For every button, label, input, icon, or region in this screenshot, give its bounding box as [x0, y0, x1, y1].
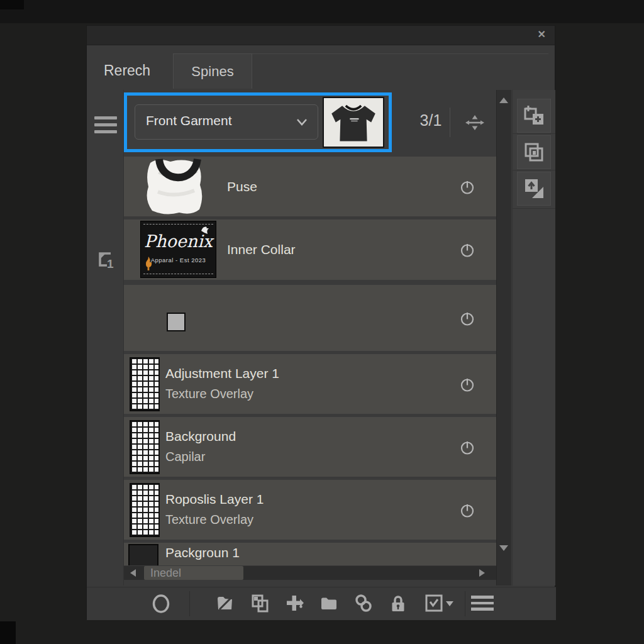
layer-list: Front Garment 3/1 [124, 90, 496, 586]
tab-strip: Rerech Spines [87, 52, 555, 89]
background-artifact [0, 621, 16, 644]
duplicate-layer-icon [522, 140, 546, 164]
scroll-up-icon[interactable] [499, 97, 508, 103]
panel-menu-icon[interactable] [94, 116, 117, 137]
garment-dropdown-value: Front Garment [146, 113, 232, 128]
collar-thumbnail [140, 157, 216, 216]
layer-row-adjustment[interactable]: Adjustment Layer 1 Texture Overlay [124, 354, 496, 414]
layer-name: Background [165, 426, 236, 447]
desktop-background: ✕ Rerech Spines 1 Front Garment [0, 0, 644, 644]
bird-icon [201, 225, 211, 235]
garment-dropdown[interactable]: Front Garment [135, 104, 318, 140]
toolbar-divider [465, 591, 465, 616]
visibility-toggle-icon[interactable] [459, 242, 475, 258]
layer-subtitle: Capilar [165, 447, 236, 467]
stitch-line [143, 274, 213, 274]
layer-row-inner-collar[interactable]: Phoenix Apparal - Est 2023 Inner Collar [124, 219, 496, 280]
visibility-toggle-icon[interactable] [459, 179, 475, 195]
visibility-toggle-icon[interactable] [459, 439, 475, 455]
svg-text:1: 1 [107, 257, 114, 270]
add-layer-button[interactable] [517, 99, 551, 133]
texture-grid-thumbnail [130, 357, 160, 411]
scroll-right-icon[interactable] [479, 569, 485, 577]
layer-row-puse[interactable]: Puse [124, 157, 496, 216]
tabstrip-divider [252, 53, 548, 54]
reorder-icon[interactable] [464, 112, 486, 133]
clipping-mask-icon[interactable] [216, 594, 235, 613]
layer-row-packgroun[interactable]: Packgroun 1 [124, 543, 496, 565]
lock-icon[interactable] [389, 594, 407, 614]
toolbar-divider [189, 591, 190, 616]
left-rail: 1 [87, 90, 124, 586]
texture-grid-thumbnail [130, 483, 160, 537]
texture-grid-thumbnail [130, 420, 160, 474]
layer-row-roposlis[interactable]: Roposlis Layer 1 Texture Overlay [124, 480, 496, 540]
hscrollbar-thumb-label: Inedel [150, 567, 181, 579]
layer-row-background[interactable]: Background Capilar [124, 417, 496, 477]
close-icon[interactable]: ✕ [538, 28, 546, 40]
add-layer-icon [522, 104, 546, 128]
visibility-toggle-icon[interactable] [459, 310, 475, 326]
flame-icon [145, 257, 153, 270]
background-artifact [0, 0, 24, 9]
merge-layer-icon [522, 177, 546, 201]
header-divider [450, 108, 450, 137]
rail-divider [513, 170, 555, 170]
layer-row-empty[interactable] [124, 285, 496, 351]
rail-divider [513, 208, 555, 209]
scroll-down-icon[interactable] [499, 545, 508, 551]
dark-thumbnail [128, 544, 158, 565]
smart-object-icon[interactable]: 1 [94, 248, 116, 271]
layer-subtitle: Texture Overlay [165, 384, 279, 404]
tab-rerech[interactable]: Rerech [104, 52, 150, 89]
bottom-toolbar [87, 587, 556, 620]
duplicate-layer-button[interactable] [517, 135, 551, 169]
fill-settings-icon[interactable] [425, 594, 443, 613]
selected-garment-box[interactable]: Front Garment [124, 92, 392, 152]
phoenix-label-thumbnail: Phoenix Apparal - Est 2023 [140, 221, 216, 278]
ellipse-tool-icon[interactable] [152, 594, 170, 614]
layer-subtitle: Texture Overlay [165, 509, 264, 530]
vertical-scrollbar[interactable] [496, 90, 511, 586]
color-swatch-thumbnail [167, 313, 186, 331]
dropdown-arrow-icon[interactable] [446, 601, 453, 606]
horizontal-scrollbar[interactable]: Inedel [124, 566, 496, 580]
merge-layer-button[interactable] [517, 172, 551, 206]
new-group-folder-icon[interactable] [319, 594, 338, 613]
visibility-toggle-icon[interactable] [459, 502, 475, 518]
garment-header-row: Front Garment 3/1 [124, 92, 496, 152]
garment-thumbnail[interactable] [323, 97, 384, 148]
hscrollbar-thumb[interactable]: Inedel [144, 566, 243, 580]
layer-name: Roposlis Layer 1 [165, 489, 264, 509]
tshirt-image [324, 98, 383, 147]
rail-divider [513, 133, 555, 134]
layer-name: Inner Collar [227, 242, 296, 257]
toolbar-menu-icon[interactable] [471, 596, 494, 611]
link-layers-icon[interactable] [354, 594, 373, 614]
scroll-left-icon[interactable] [130, 569, 136, 577]
pin-tool-icon[interactable] [285, 594, 305, 613]
chevron-down-icon [296, 118, 308, 126]
layer-name: Puse [227, 179, 257, 194]
page-indicator: 3/1 [406, 111, 456, 130]
layer-name: Packgroun 1 [165, 545, 240, 560]
stitch-line [143, 224, 213, 225]
layers-panel: ✕ Rerech Spines 1 Front Garment [86, 25, 555, 619]
right-rail [512, 90, 555, 586]
visibility-toggle-icon[interactable] [459, 376, 475, 392]
background-top-strip [0, 0, 644, 23]
layer-name: Adjustment Layer 1 [165, 363, 279, 384]
copy-layer-icon[interactable] [250, 594, 270, 614]
panel-titlebar[interactable]: ✕ [87, 26, 555, 45]
tab-spines[interactable]: Spines [173, 53, 252, 89]
